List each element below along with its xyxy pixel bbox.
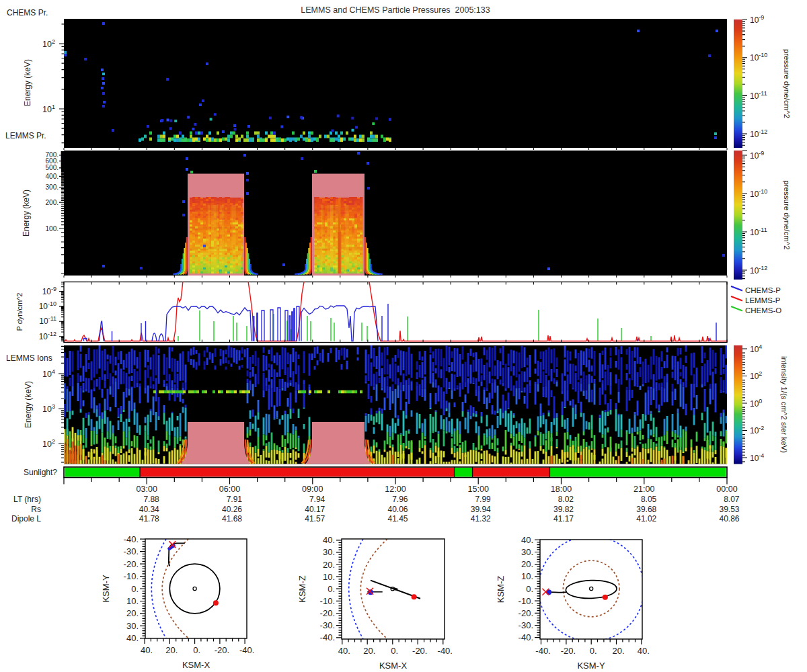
svg-text:8.02: 8.02 [558,495,574,504]
svg-text:300.: 300. [46,183,59,191]
svg-text:09:00: 09:00 [302,485,323,494]
svg-text:Rs: Rs [31,505,41,514]
svg-text:12:00: 12:00 [385,485,406,494]
svg-text:40.: 40. [323,535,335,545]
svg-text:0.: 0. [131,584,139,594]
svg-text:-20.: -20. [412,646,427,656]
svg-text:200.: 200. [46,199,59,206]
svg-text:20.: 20. [521,559,533,569]
svg-text:39.94: 39.94 [471,505,491,514]
svg-text:20.: 20. [165,645,178,655]
svg-text:KSM-X: KSM-X [182,660,210,670]
svg-text:10.: 10. [521,571,533,581]
svg-text:06:00: 06:00 [219,485,240,494]
svg-text:30.: 30. [323,547,335,557]
svg-text:KSM-Y: KSM-Y [101,575,111,603]
svg-text:41.02: 41.02 [636,514,656,523]
svg-text:40.26: 40.26 [222,505,242,514]
svg-text:LEMMS Pr.: LEMMS Pr. [5,131,46,140]
svg-text:40.06: 40.06 [387,505,408,514]
svg-text:20.: 20. [126,608,139,618]
svg-text:7.99: 7.99 [475,495,491,504]
svg-text:-20.: -20. [518,608,533,618]
svg-text:-10.: -10. [518,596,533,606]
svg-text:18:00: 18:00 [551,485,572,494]
svg-text:20.: 20. [612,646,624,656]
svg-text:03:00: 03:00 [137,485,157,494]
svg-text:0.: 0. [526,584,533,594]
svg-text:41.57: 41.57 [305,514,325,523]
svg-text:7.91: 7.91 [227,495,243,504]
svg-text:10.: 10. [126,596,139,606]
svg-text:00:00: 00:00 [716,485,737,494]
svg-text:-10.: -10. [320,596,335,606]
svg-text:-20.: -20. [215,645,229,655]
svg-text:30.: 30. [521,547,533,557]
svg-text:LT (hrs): LT (hrs) [13,495,41,504]
svg-text:40.17: 40.17 [305,505,325,514]
svg-text:7.96: 7.96 [392,495,408,504]
svg-text:-20.: -20. [320,608,335,618]
svg-text:Energy (keV): Energy (keV) [23,59,32,106]
svg-text:41.32: 41.32 [471,514,491,523]
svg-text:-20.: -20. [124,559,139,569]
svg-text:39.68: 39.68 [636,505,656,514]
svg-text:20.: 20. [363,646,375,656]
svg-text:Energy (keV): Energy (keV) [24,381,33,428]
svg-text:40.34: 40.34 [139,505,159,514]
svg-text:7.94: 7.94 [309,495,325,504]
svg-text:-30.: -30. [320,620,335,630]
svg-text:400.: 400. [46,173,59,180]
svg-text:-40.: -40. [320,632,335,642]
svg-text:0.: 0. [328,584,335,594]
svg-text:KSM-Y: KSM-Y [577,661,605,671]
svg-text:8.05: 8.05 [641,495,657,504]
svg-text:-40.: -40. [535,646,550,656]
svg-text:40.: 40. [141,645,153,655]
svg-text:-30.: -30. [124,546,139,556]
svg-text:0.: 0. [391,646,398,656]
svg-text:CHEMS Pr.: CHEMS Pr. [7,8,48,17]
svg-text:LEMMS Ions: LEMMS Ions [6,353,52,363]
svg-text:CHEMS-P: CHEMS-P [745,286,781,294]
svg-text:-40.: -40. [518,632,533,642]
svg-text:KSM-Z: KSM-Z [496,576,506,603]
svg-text:40.: 40. [521,535,533,545]
svg-text:21:00: 21:00 [633,485,654,494]
svg-text:pressure dyne/cm^2: pressure dyne/cm^2 [783,180,791,249]
svg-text:41.78: 41.78 [139,514,159,523]
svg-text:pressure dyne/cm^2: pressure dyne/cm^2 [783,49,791,118]
svg-text:-40.: -40. [438,646,453,656]
svg-text:39.53: 39.53 [719,505,739,514]
svg-text:0.: 0. [590,646,597,656]
svg-text:41.45: 41.45 [387,514,408,523]
svg-text:500.: 500. [46,164,59,171]
svg-text:-10.: -10. [124,571,139,581]
svg-text:20.: 20. [323,560,335,570]
svg-text:39.82: 39.82 [553,505,574,514]
svg-text:40.: 40. [638,646,650,656]
svg-text:15:00: 15:00 [468,485,489,494]
svg-text:-20.: -20. [561,646,576,656]
svg-text:40.86: 40.86 [719,514,739,523]
svg-text:8.07: 8.07 [724,495,740,504]
svg-text:-40.: -40. [239,645,254,655]
svg-text:KSM-X: KSM-X [379,661,408,671]
svg-text:0.: 0. [193,645,200,655]
svg-text:10.: 10. [323,572,335,582]
svg-text:KSM-Z: KSM-Z [297,575,307,603]
svg-text:40.: 40. [126,633,139,643]
svg-text:-30.: -30. [518,620,533,630]
svg-text:40.: 40. [338,646,350,656]
svg-text:LEMMS-P: LEMMS-P [745,296,781,304]
svg-text:P dyn/cm^2: P dyn/cm^2 [15,293,24,331]
svg-text:Dipole L: Dipole L [11,514,41,523]
svg-text:-40.: -40. [124,534,139,544]
svg-text:7.88: 7.88 [143,495,159,504]
svg-text:Sunlight?: Sunlight? [24,468,57,477]
svg-text:intensity 1/(s cm^2 ster keV): intensity 1/(s cm^2 ster keV) [780,356,788,453]
svg-text:100.: 100. [46,225,59,233]
svg-text:Energy (keV): Energy (keV) [22,190,31,237]
svg-text:LEMMS and CHEMS Particle Press: LEMMS and CHEMS Particle Pressures 2005:… [301,5,490,15]
svg-text:CHEMS-O: CHEMS-O [745,306,781,314]
